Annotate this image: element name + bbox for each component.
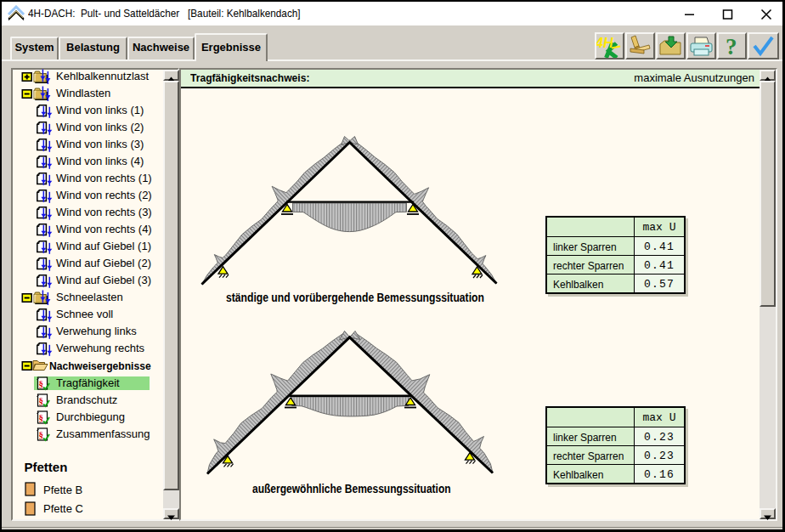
svg-text:?: ? [726, 34, 737, 58]
svg-text:4H: 4H [596, 36, 613, 50]
